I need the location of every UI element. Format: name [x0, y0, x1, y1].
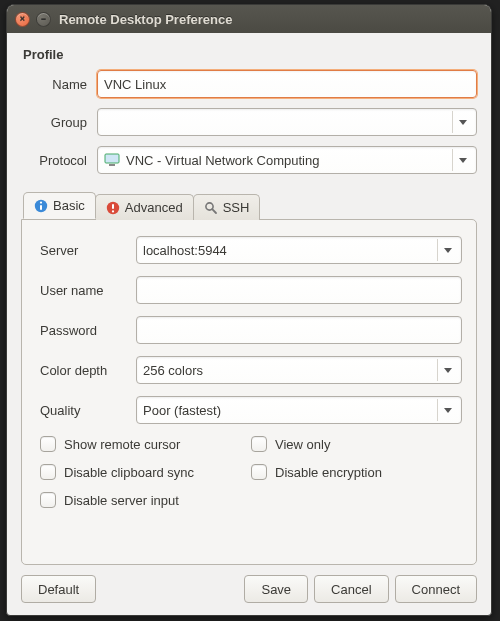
row-color: Color depth 256 colors — [36, 356, 462, 384]
default-button[interactable]: Default — [21, 575, 96, 603]
username-label: User name — [36, 283, 136, 298]
checkbox-icon — [40, 436, 56, 452]
chevron-down-icon — [452, 111, 472, 133]
name-input[interactable] — [97, 70, 477, 98]
titlebar: × – Remote Desktop Preference — [7, 5, 491, 33]
checkbox-grid: Show remote cursor View only Disable cli… — [36, 436, 462, 508]
check-view-only-label: View only — [275, 437, 330, 452]
search-icon — [204, 201, 218, 215]
tabs: Basic Advanced SSH Server — [21, 192, 477, 565]
row-name: Name — [21, 70, 477, 98]
check-clipboard[interactable]: Disable clipboard sync — [40, 464, 251, 480]
color-combo[interactable]: 256 colors — [136, 356, 462, 384]
check-server-input[interactable]: Disable server input — [40, 492, 251, 508]
row-password: Password — [36, 316, 462, 344]
svg-rect-3 — [40, 205, 42, 210]
profile-header: Profile — [23, 47, 477, 62]
check-remote-cursor[interactable]: Show remote cursor — [40, 436, 251, 452]
checkbox-icon — [40, 492, 56, 508]
svg-point-7 — [112, 210, 114, 212]
tab-basic[interactable]: Basic — [23, 192, 96, 219]
svg-rect-6 — [112, 204, 114, 209]
tab-ssh-label: SSH — [223, 200, 250, 215]
color-value: 256 colors — [143, 363, 203, 378]
quality-combo[interactable]: Poor (fastest) — [136, 396, 462, 424]
tab-ssh[interactable]: SSH — [193, 194, 261, 220]
svg-point-4 — [40, 201, 42, 203]
color-label: Color depth — [36, 363, 136, 378]
checkbox-icon — [251, 464, 267, 480]
protocol-value: VNC - Virtual Network Computing — [126, 153, 319, 168]
window-buttons: × – — [15, 12, 51, 27]
password-label: Password — [36, 323, 136, 338]
checkbox-icon — [251, 436, 267, 452]
preference-window: × – Remote Desktop Preference Profile Na… — [6, 4, 492, 616]
monitor-icon — [104, 153, 120, 167]
check-encryption-label: Disable encryption — [275, 465, 382, 480]
row-username: User name — [36, 276, 462, 304]
window-title: Remote Desktop Preference — [59, 12, 232, 27]
chevron-down-icon — [437, 359, 457, 381]
row-server: Server localhost:5944 — [36, 236, 462, 264]
tabpane-basic: Server localhost:5944 User name — [21, 219, 477, 565]
tabbar: Basic Advanced SSH — [21, 192, 477, 219]
group-label: Group — [21, 115, 97, 130]
save-button[interactable]: Save — [244, 575, 308, 603]
svg-rect-1 — [109, 164, 115, 166]
window-body: Profile Name Group Protocol — [7, 33, 491, 615]
password-input[interactable] — [136, 316, 462, 344]
chevron-down-icon — [437, 239, 457, 261]
cancel-button[interactable]: Cancel — [314, 575, 388, 603]
close-icon[interactable]: × — [15, 12, 30, 27]
checkbox-icon — [40, 464, 56, 480]
name-label: Name — [21, 77, 97, 92]
row-quality: Quality Poor (fastest) — [36, 396, 462, 424]
connect-button[interactable]: Connect — [395, 575, 477, 603]
server-value: localhost:5944 — [143, 243, 227, 258]
tab-basic-label: Basic — [53, 198, 85, 213]
tab-advanced-label: Advanced — [125, 200, 183, 215]
row-protocol: Protocol VNC - Virtual Network Computing — [21, 146, 477, 174]
footer: Default Save Cancel Connect — [21, 565, 477, 603]
chevron-down-icon — [452, 149, 472, 171]
check-clipboard-label: Disable clipboard sync — [64, 465, 194, 480]
username-input[interactable] — [136, 276, 462, 304]
protocol-label: Protocol — [21, 153, 97, 168]
check-view-only[interactable]: View only — [251, 436, 462, 452]
info-icon — [34, 199, 48, 213]
warning-icon — [106, 201, 120, 215]
check-server-input-label: Disable server input — [64, 493, 179, 508]
minimize-icon[interactable]: – — [36, 12, 51, 27]
quality-label: Quality — [36, 403, 136, 418]
check-remote-cursor-label: Show remote cursor — [64, 437, 180, 452]
group-combo[interactable] — [97, 108, 477, 136]
tab-advanced[interactable]: Advanced — [95, 194, 194, 220]
server-combo[interactable]: localhost:5944 — [136, 236, 462, 264]
chevron-down-icon — [437, 399, 457, 421]
protocol-combo[interactable]: VNC - Virtual Network Computing — [97, 146, 477, 174]
svg-line-9 — [212, 209, 216, 213]
check-encryption[interactable]: Disable encryption — [251, 464, 462, 480]
server-label: Server — [36, 243, 136, 258]
svg-rect-0 — [105, 154, 119, 163]
row-group: Group — [21, 108, 477, 136]
quality-value: Poor (fastest) — [143, 403, 221, 418]
